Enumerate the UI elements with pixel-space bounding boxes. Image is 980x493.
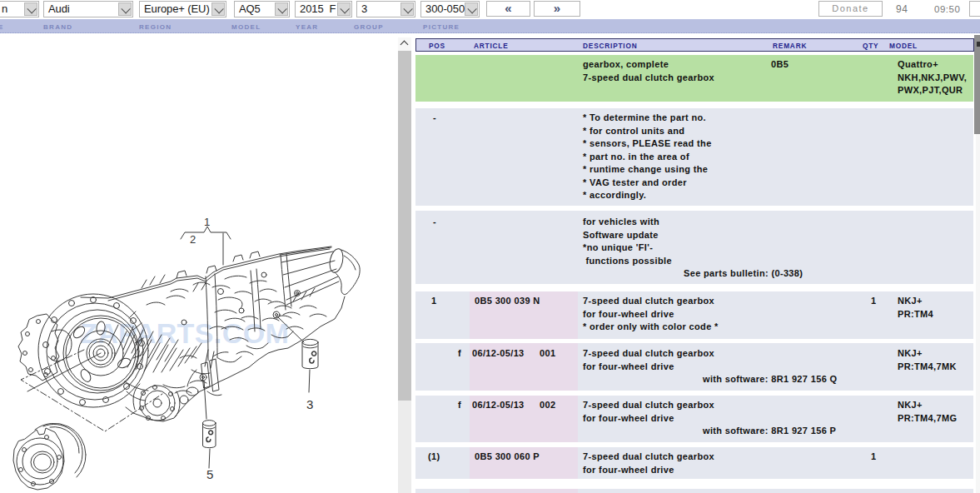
svg-text:1: 1 [204,216,210,228]
svg-text:5: 5 [206,467,213,481]
svg-text:2: 2 [190,233,196,246]
svg-text:3: 3 [306,397,313,411]
